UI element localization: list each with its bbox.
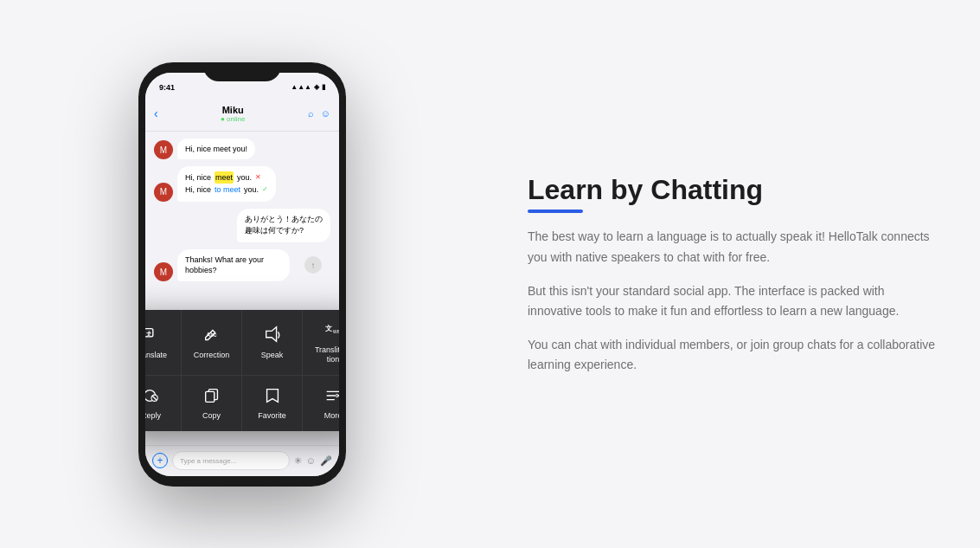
right-section: Learn by Chatting The best way to learn … [484,139,980,409]
battery-icon: ▮ [322,83,325,91]
x-icon: ✕ [255,172,261,184]
phone-mockup: 9:41 ▲▲▲ ◈ ▮ ‹ Miku ● online ⌕ ☺ [138,62,346,487]
favorite-icon [263,386,282,408]
reply-label: Reply [145,411,161,421]
more-button[interactable]: More [303,376,339,431]
copy-label: Copy [202,411,221,421]
speak-label: Speak [261,351,284,360]
svg-rect-10 [205,391,214,402]
correction-line-original: Hi, nice meet you. ✕ [185,171,268,184]
svg-text:Abc: Abc [206,331,217,337]
correction-icon: Abc [202,326,221,347]
message-row-thanks: M Thanks! What are your hobbies? ↑ [154,249,330,281]
reply-icon [145,386,161,408]
section-title: Learn by Chatting [528,173,937,213]
svg-text:A: A [148,331,151,335]
context-menu-top-row: 文 A Translate Abc Co [145,310,339,376]
meet-highlight: meet [215,171,234,184]
message-input[interactable]: Type a message... [172,451,290,470]
avatar-miku-2: M [154,183,173,202]
message-row-correction: M Hi, nice meet you. ✕ Hi, nice to meet … [154,166,330,202]
correction-button[interactable]: Abc Correction [182,310,242,375]
more-icon [323,386,339,408]
paragraph-1: The best way to learn a language is to a… [528,227,937,267]
header-icons: ⌕ ☺ [308,108,330,119]
main-title: Learn by Chatting [528,173,937,206]
wifi-icon: ◈ [314,83,319,91]
add-button[interactable]: + [152,453,168,468]
translate-button[interactable]: 文 A Translate [145,310,182,375]
status-icons: ▲▲▲ ◈ ▮ [291,83,325,91]
status-time: 9:41 [159,83,175,92]
online-status: ● online [221,115,245,123]
thanks-bubble: Thanks! What are your hobbies? [177,249,290,281]
copy-icon [202,386,221,408]
bubble-hi: Hi, nice meet you! [177,139,255,160]
search-icon[interactable]: ⌕ [308,108,314,119]
message-row-1: M Hi, nice meet you! [154,139,330,160]
check-icon: ✓ [262,184,268,196]
corrected-highlight: to meet [215,184,240,196]
thanks-text: Thanks! What are your hobbies? [185,255,264,275]
more-label: More [324,411,339,421]
correction-line-fixed: Hi, nice to meet you. ✓ [185,184,268,196]
speak-icon [263,326,282,347]
phone-notch [203,62,281,81]
message-row-japanese: ありがとう！あなたの趣味は何ですか? [154,209,330,242]
correction-bubble: Hi, nice meet you. ✕ Hi, nice to meet yo… [177,166,276,202]
corrected-text-part1: Hi, nice [185,184,211,196]
copy-button[interactable]: Copy [182,376,242,431]
chat-input-bar: + Type a message... ✳ ☺ 🎤 [145,445,339,476]
title-underline [528,210,583,213]
corrected-text-part2: you. [244,184,259,196]
context-menu-bottom-row: Reply Copy [145,376,339,431]
input-icons: ✳ ☺ 🎤 [294,455,332,467]
sparkle-icon[interactable]: ✳ [294,455,302,467]
emoji-icon[interactable]: ☺ [306,455,316,466]
back-button[interactable]: ‹ [154,106,158,120]
mic-icon[interactable]: 🎤 [320,455,332,467]
svg-marker-4 [266,326,276,341]
transliteration-label: Transliteration [315,345,339,364]
info-icon[interactable]: ☺ [321,108,330,119]
japanese-text: ありがとう！あなたの趣味は何ですか? [245,214,323,237]
contact-name: Miku [221,105,245,115]
speak-button[interactable]: Speak [242,310,303,375]
transliteration-icon: 文 wen [323,320,339,342]
phone-screen: 9:41 ▲▲▲ ◈ ▮ ‹ Miku ● online ⌕ ☺ [145,73,339,476]
svg-text:wen: wen [332,328,339,334]
paragraph-3: You can chat with individual members, or… [528,335,937,375]
translate-icon: 文 A [145,326,161,347]
favorite-label: Favorite [258,411,286,421]
translate-label: Translate [145,351,167,360]
left-section: 9:41 ▲▲▲ ◈ ▮ ‹ Miku ● online ⌕ ☺ [0,0,484,548]
contact-info: Miku ● online [221,105,245,123]
reply-button[interactable]: Reply [145,376,182,431]
transliteration-button[interactable]: 文 wen Transliteration [303,310,339,375]
original-text-part1: Hi, nice [185,171,211,184]
home-indicator [212,480,272,482]
paragraph-2: But this isn't your standard social app.… [528,281,937,321]
japanese-bubble: ありがとう！あなたの趣味は何ですか? [237,209,330,242]
favorite-button[interactable]: Favorite [242,376,303,431]
avatar-miku: M [154,140,173,159]
chat-header: ‹ Miku ● online ⌕ ☺ [145,97,339,132]
signal-icon: ▲▲▲ [291,83,311,91]
input-placeholder: Type a message... [180,457,236,465]
correction-label: Correction [194,351,230,360]
scroll-up-button[interactable]: ↑ [304,256,322,274]
original-text-part2: you. [237,171,252,184]
avatar-miku-3: M [154,262,173,281]
svg-text:文: 文 [325,324,333,332]
context-menu: 文 A Translate Abc Co [145,310,339,430]
